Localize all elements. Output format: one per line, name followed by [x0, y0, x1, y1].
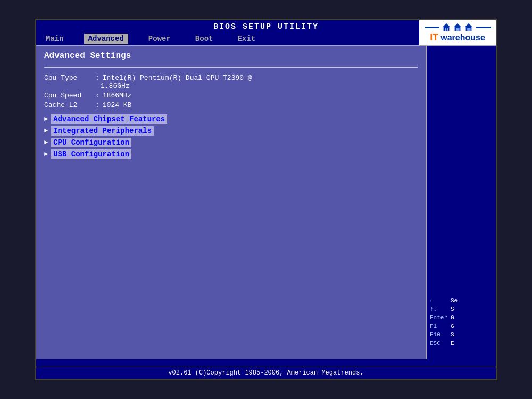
nav-main[interactable]: Main: [41, 34, 68, 44]
house-icon-2: [453, 22, 462, 32]
cpu-type-row: Cpu Type : Intel(R) Pentium(R) Dual CPU …: [44, 74, 418, 90]
section-title: Advanced Settings: [44, 51, 418, 63]
arrow-icon-1: ►: [44, 127, 48, 135]
main-panel: Advanced Settings Cpu Type : Intel(R) Pe…: [36, 46, 427, 359]
cache-l2-row: Cache L2 : 1024 KB: [44, 101, 418, 109]
key-name-3: F1: [430, 323, 448, 329]
key-name-2: Enter: [430, 314, 448, 321]
menu-item-0[interactable]: ► Advanced Chipset Features: [44, 114, 418, 124]
logo-houses: [442, 22, 473, 32]
help-key-1: ↑↓ S: [430, 306, 493, 312]
help-key-2: Enter G: [430, 314, 493, 321]
logo-line-right: [476, 27, 491, 28]
help-key-5: ESC E: [430, 340, 493, 346]
arrow-icon-0: ►: [44, 115, 48, 123]
svg-rect-7: [467, 28, 469, 31]
logo-line-left: [425, 27, 439, 28]
cpu-speed-value: 1866MHz: [103, 92, 132, 99]
house-icon-1: [442, 22, 451, 32]
separator: [44, 67, 418, 68]
cache-l2-label: Cache L2: [44, 101, 92, 109]
menu-label-0: Advanced Chipset Features: [51, 114, 167, 124]
logo-warehouse-text: warehouse: [440, 33, 485, 43]
house-icon-3: [464, 22, 473, 32]
logo-text-row: IT warehouse: [430, 32, 485, 43]
nav-boot[interactable]: Boot: [191, 34, 218, 44]
svg-rect-4: [456, 28, 458, 31]
logo-overlay: IT warehouse: [419, 20, 496, 45]
svg-rect-2: [447, 28, 448, 31]
menu-label-1: Integrated Peripherals: [51, 126, 154, 136]
help-key-3: F1 G: [430, 323, 493, 329]
menu-label-2: CPU Configuration: [51, 138, 131, 147]
arrow-icon-3: ►: [44, 151, 48, 158]
nav-advanced[interactable]: Advanced: [84, 34, 128, 44]
key-name-5: ESC: [430, 340, 448, 346]
help-key-0: ← Se: [430, 297, 493, 304]
cpu-type-value-line1: Intel(R) Pentium(R) Dual CPU T2390 @: [103, 74, 252, 82]
menu-label-3: USB Configuration: [51, 149, 131, 159]
svg-rect-5: [458, 28, 460, 31]
key-desc-3: G: [451, 323, 454, 329]
key-desc-5: E: [451, 340, 454, 346]
cpu-type-line1: Cpu Type : Intel(R) Pentium(R) Dual CPU …: [44, 74, 418, 82]
nav-power[interactable]: Power: [144, 34, 175, 44]
nav-exit[interactable]: Exit: [233, 34, 260, 44]
key-name-4: F10: [430, 331, 448, 338]
key-name-0: ←: [430, 297, 448, 304]
help-key-4: F10 S: [430, 331, 493, 338]
key-desc-1: S: [451, 306, 454, 312]
bios-title: BIOS SETUP UTILITY: [213, 22, 319, 31]
bios-screen: BIOS SETUP UTILITY Main Advanced Power B…: [35, 19, 497, 380]
logo-top-bar: [425, 22, 491, 32]
key-name-1: ↑↓: [430, 306, 448, 312]
logo-it-text: IT: [430, 32, 438, 43]
cache-l2-value: 1024 KB: [103, 101, 132, 109]
cpu-speed-row: Cpu Speed : 1866MHz: [44, 92, 418, 99]
content-area: Advanced Settings Cpu Type : Intel(R) Pe…: [36, 46, 496, 359]
cpu-type-label: Cpu Type: [44, 74, 92, 82]
footer-text: v02.61 (C)Copyright 1985-2006, American …: [168, 369, 363, 377]
key-desc-4: S: [451, 331, 454, 338]
footer-bar: v02.61 (C)Copyright 1985-2006, American …: [36, 367, 496, 379]
cpu-type-colon: :: [95, 74, 99, 82]
menu-item-3[interactable]: ► USB Configuration: [44, 149, 418, 159]
key-desc-2: G: [451, 314, 454, 321]
menu-items: ► Advanced Chipset Features ► Integrated…: [44, 114, 418, 159]
menu-item-1[interactable]: ► Integrated Peripherals: [44, 126, 418, 136]
cache-l2-colon: :: [95, 101, 99, 109]
svg-rect-8: [469, 28, 471, 31]
key-desc-0: Se: [451, 297, 458, 304]
svg-rect-1: [445, 28, 446, 31]
menu-item-2[interactable]: ► CPU Configuration: [44, 138, 418, 147]
arrow-icon-2: ►: [44, 139, 48, 146]
right-panel: ← Se ↑↓ S Enter G F1 G F10 S ESC E: [427, 46, 496, 359]
cpu-speed-colon: :: [95, 92, 99, 99]
cpu-type-line2: 1.86GHz: [44, 82, 418, 90]
cpu-speed-label: Cpu Speed: [44, 92, 92, 99]
